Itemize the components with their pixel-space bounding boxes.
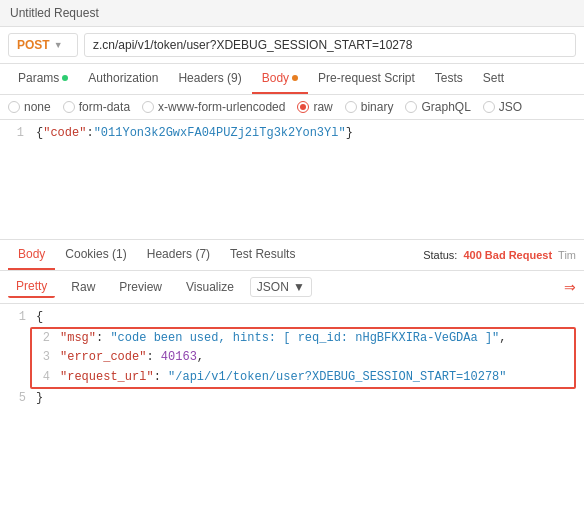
- resp-content-4: "request_url": "/api/v1/token/user?XDEBU…: [60, 368, 572, 387]
- radio-urlencoded[interactable]: x-www-form-urlencoded: [142, 100, 285, 114]
- body-type-bar: none form-data x-www-form-urlencoded raw…: [0, 95, 584, 120]
- radio-binary-circle: [345, 101, 357, 113]
- radio-graphql[interactable]: GraphQL: [405, 100, 470, 114]
- response-tab-cookies[interactable]: Cookies (1): [55, 240, 136, 270]
- radio-urlencoded-circle: [142, 101, 154, 113]
- radio-graphql-label: GraphQL: [421, 100, 470, 114]
- radio-none[interactable]: none: [8, 100, 51, 114]
- code-content-1: {"code":"011Yon3k2GwxFA04PUZj2iTg3k2Yon3…: [36, 126, 576, 140]
- response-tab-cookies-label: Cookies (1): [65, 247, 126, 261]
- resp-line-4: 4 "request_url": "/api/v1/token/user?XDE…: [32, 368, 574, 387]
- status-badge: 400 Bad Request: [463, 249, 552, 261]
- top-tabs: Params Authorization Headers (9) Body Pr…: [0, 64, 584, 95]
- response-tab-test-results-label: Test Results: [230, 247, 295, 261]
- resp-line-num-1: 1: [10, 308, 26, 327]
- resp-line-num-4: 4: [34, 368, 50, 387]
- response-body: 1 { 2 "msg": "code been used, hints: [ r…: [0, 304, 584, 444]
- tab-authorization[interactable]: Authorization: [78, 64, 168, 94]
- response-tab-test-results[interactable]: Test Results: [220, 240, 305, 270]
- method-selector[interactable]: POST ▼: [8, 33, 78, 57]
- response-tabs: Body Cookies (1) Headers (7) Test Result…: [0, 240, 584, 271]
- url-bar: POST ▼: [0, 27, 584, 64]
- radio-binary[interactable]: binary: [345, 100, 394, 114]
- resp-content-3: "error_code": 40163,: [60, 348, 572, 367]
- response-tab-headers-label: Headers (7): [147, 247, 210, 261]
- radio-graphql-circle: [405, 101, 417, 113]
- tab-pre-request-label: Pre-request Script: [318, 71, 415, 85]
- body-dot: [292, 75, 298, 81]
- tab-pre-request[interactable]: Pre-request Script: [308, 64, 425, 94]
- resp-line-num-5: 5: [10, 389, 26, 408]
- line-num-1: 1: [8, 126, 24, 140]
- resp-line-1: 1 {: [8, 308, 576, 327]
- radio-form-data-label: form-data: [79, 100, 130, 114]
- format-json-label: JSON: [257, 280, 289, 294]
- time-label: Tim: [558, 249, 576, 261]
- resp-line-num-2: 2: [34, 329, 50, 348]
- resp-line-3: 3 "error_code": 40163,: [32, 348, 574, 367]
- radio-none-circle: [8, 101, 20, 113]
- tab-body[interactable]: Body: [252, 64, 308, 94]
- radio-json-short-circle: [483, 101, 495, 113]
- format-tab-visualize[interactable]: Visualize: [178, 277, 242, 297]
- format-tab-raw[interactable]: Raw: [63, 277, 103, 297]
- tab-params-label: Params: [18, 71, 59, 85]
- resp-content-5: }: [36, 389, 574, 408]
- tab-settings[interactable]: Sett: [473, 64, 514, 94]
- wrap-icon[interactable]: ⇒: [564, 279, 576, 295]
- tab-params[interactable]: Params: [8, 64, 78, 94]
- tab-settings-label: Sett: [483, 71, 504, 85]
- tab-body-label: Body: [262, 71, 289, 85]
- params-dot: [62, 75, 68, 81]
- format-bar: Pretty Raw Preview Visualize JSON ▼ ⇒: [0, 271, 584, 304]
- format-json-selector[interactable]: JSON ▼: [250, 277, 312, 297]
- url-input[interactable]: [84, 33, 576, 57]
- tab-tests[interactable]: Tests: [425, 64, 473, 94]
- response-status-area: Status: 400 Bad Request Tim: [423, 249, 576, 261]
- method-label: POST: [17, 38, 50, 52]
- status-label: Status:: [423, 249, 457, 261]
- tab-authorization-label: Authorization: [88, 71, 158, 85]
- radio-raw-circle: [297, 101, 309, 113]
- radio-form-data-circle: [63, 101, 75, 113]
- tab-tests-label: Tests: [435, 71, 463, 85]
- resp-line-num-3: 3: [34, 348, 50, 367]
- window-title: Untitled Request: [10, 6, 99, 20]
- radio-form-data[interactable]: form-data: [63, 100, 130, 114]
- format-tab-preview[interactable]: Preview: [111, 277, 170, 297]
- radio-json-short-label: JSO: [499, 100, 522, 114]
- code-line-1: 1 {"code":"011Yon3k2GwxFA04PUZj2iTg3k2Yo…: [8, 126, 576, 140]
- method-chevron-icon: ▼: [54, 40, 63, 50]
- format-tab-pretty[interactable]: Pretty: [8, 276, 55, 298]
- resp-content-2: "msg": "code been used, hints: [ req_id:…: [60, 329, 572, 348]
- title-bar: Untitled Request: [0, 0, 584, 27]
- tab-headers-label: Headers (9): [178, 71, 241, 85]
- response-tab-body-label: Body: [18, 247, 45, 261]
- resp-line-2: 2 "msg": "code been used, hints: [ req_i…: [32, 329, 574, 348]
- radio-binary-label: binary: [361, 100, 394, 114]
- request-body-editor[interactable]: 1 {"code":"011Yon3k2GwxFA04PUZj2iTg3k2Yo…: [0, 120, 584, 240]
- radio-none-label: none: [24, 100, 51, 114]
- highlighted-block: 2 "msg": "code been used, hints: [ req_i…: [30, 327, 576, 389]
- radio-urlencoded-label: x-www-form-urlencoded: [158, 100, 285, 114]
- radio-json-short[interactable]: JSO: [483, 100, 522, 114]
- response-tab-headers[interactable]: Headers (7): [137, 240, 220, 270]
- radio-raw-label: raw: [313, 100, 332, 114]
- resp-content-1: {: [36, 308, 574, 327]
- response-tab-body[interactable]: Body: [8, 240, 55, 270]
- resp-line-5: 5 }: [8, 389, 576, 408]
- tab-headers[interactable]: Headers (9): [168, 64, 251, 94]
- format-chevron-icon: ▼: [293, 280, 305, 294]
- radio-raw[interactable]: raw: [297, 100, 332, 114]
